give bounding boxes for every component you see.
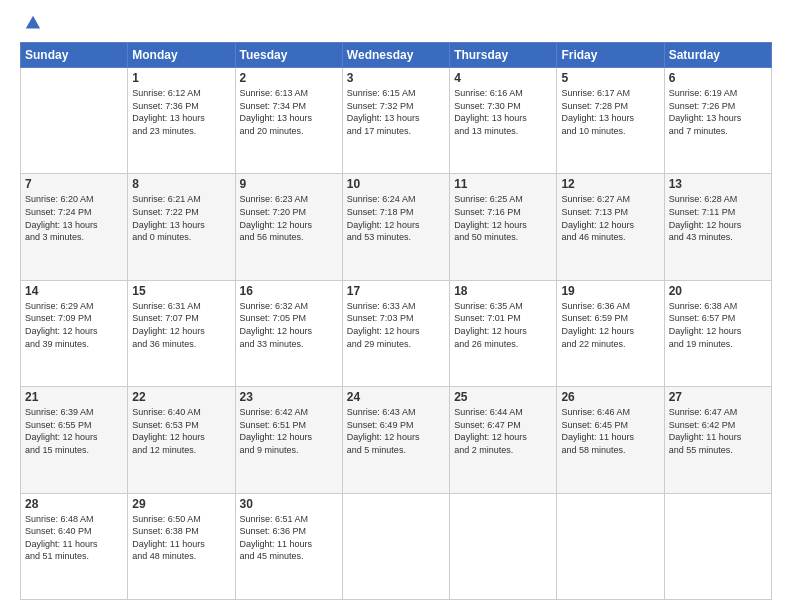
calendar-cell: 4Sunrise: 6:16 AMSunset: 7:30 PMDaylight… [450,68,557,174]
calendar-cell: 28Sunrise: 6:48 AMSunset: 6:40 PMDayligh… [21,493,128,599]
day-number: 1 [132,71,230,85]
calendar-cell: 7Sunrise: 6:20 AMSunset: 7:24 PMDaylight… [21,174,128,280]
calendar-week-4: 21Sunrise: 6:39 AMSunset: 6:55 PMDayligh… [21,387,772,493]
calendar-cell [664,493,771,599]
header-saturday: Saturday [664,43,771,68]
day-number: 10 [347,177,445,191]
day-number: 12 [561,177,659,191]
calendar-cell: 23Sunrise: 6:42 AMSunset: 6:51 PMDayligh… [235,387,342,493]
day-number: 11 [454,177,552,191]
day-number: 3 [347,71,445,85]
day-number: 6 [669,71,767,85]
calendar-cell: 17Sunrise: 6:33 AMSunset: 7:03 PMDayligh… [342,280,449,386]
day-number: 5 [561,71,659,85]
svg-marker-0 [26,16,40,29]
calendar-cell [450,493,557,599]
day-info: Sunrise: 6:40 AMSunset: 6:53 PMDaylight:… [132,406,230,456]
day-info: Sunrise: 6:33 AMSunset: 7:03 PMDaylight:… [347,300,445,350]
header-monday: Monday [128,43,235,68]
calendar-cell: 26Sunrise: 6:46 AMSunset: 6:45 PMDayligh… [557,387,664,493]
day-info: Sunrise: 6:48 AMSunset: 6:40 PMDaylight:… [25,513,123,563]
day-info: Sunrise: 6:29 AMSunset: 7:09 PMDaylight:… [25,300,123,350]
day-info: Sunrise: 6:16 AMSunset: 7:30 PMDaylight:… [454,87,552,137]
calendar-week-5: 28Sunrise: 6:48 AMSunset: 6:40 PMDayligh… [21,493,772,599]
day-number: 7 [25,177,123,191]
calendar-cell: 3Sunrise: 6:15 AMSunset: 7:32 PMDaylight… [342,68,449,174]
day-info: Sunrise: 6:47 AMSunset: 6:42 PMDaylight:… [669,406,767,456]
day-number: 28 [25,497,123,511]
day-info: Sunrise: 6:36 AMSunset: 6:59 PMDaylight:… [561,300,659,350]
logo [20,18,42,32]
calendar-cell: 19Sunrise: 6:36 AMSunset: 6:59 PMDayligh… [557,280,664,386]
day-info: Sunrise: 6:31 AMSunset: 7:07 PMDaylight:… [132,300,230,350]
day-number: 20 [669,284,767,298]
day-info: Sunrise: 6:32 AMSunset: 7:05 PMDaylight:… [240,300,338,350]
day-number: 16 [240,284,338,298]
day-info: Sunrise: 6:50 AMSunset: 6:38 PMDaylight:… [132,513,230,563]
day-info: Sunrise: 6:27 AMSunset: 7:13 PMDaylight:… [561,193,659,243]
calendar-week-3: 14Sunrise: 6:29 AMSunset: 7:09 PMDayligh… [21,280,772,386]
day-number: 24 [347,390,445,404]
day-info: Sunrise: 6:20 AMSunset: 7:24 PMDaylight:… [25,193,123,243]
calendar-cell: 30Sunrise: 6:51 AMSunset: 6:36 PMDayligh… [235,493,342,599]
day-info: Sunrise: 6:46 AMSunset: 6:45 PMDaylight:… [561,406,659,456]
calendar-cell: 2Sunrise: 6:13 AMSunset: 7:34 PMDaylight… [235,68,342,174]
header-sunday: Sunday [21,43,128,68]
day-info: Sunrise: 6:38 AMSunset: 6:57 PMDaylight:… [669,300,767,350]
day-info: Sunrise: 6:44 AMSunset: 6:47 PMDaylight:… [454,406,552,456]
header-wednesday: Wednesday [342,43,449,68]
day-info: Sunrise: 6:19 AMSunset: 7:26 PMDaylight:… [669,87,767,137]
day-number: 30 [240,497,338,511]
calendar-cell: 14Sunrise: 6:29 AMSunset: 7:09 PMDayligh… [21,280,128,386]
day-info: Sunrise: 6:17 AMSunset: 7:28 PMDaylight:… [561,87,659,137]
day-number: 17 [347,284,445,298]
calendar-cell: 27Sunrise: 6:47 AMSunset: 6:42 PMDayligh… [664,387,771,493]
day-number: 26 [561,390,659,404]
day-info: Sunrise: 6:51 AMSunset: 6:36 PMDaylight:… [240,513,338,563]
day-number: 9 [240,177,338,191]
page: SundayMondayTuesdayWednesdayThursdayFrid… [0,0,792,612]
day-number: 27 [669,390,767,404]
calendar-cell: 29Sunrise: 6:50 AMSunset: 6:38 PMDayligh… [128,493,235,599]
calendar-cell: 21Sunrise: 6:39 AMSunset: 6:55 PMDayligh… [21,387,128,493]
day-number: 4 [454,71,552,85]
logo-icon [24,14,42,32]
calendar-cell [342,493,449,599]
calendar-week-1: 1Sunrise: 6:12 AMSunset: 7:36 PMDaylight… [21,68,772,174]
header-thursday: Thursday [450,43,557,68]
calendar-week-2: 7Sunrise: 6:20 AMSunset: 7:24 PMDaylight… [21,174,772,280]
calendar-cell: 11Sunrise: 6:25 AMSunset: 7:16 PMDayligh… [450,174,557,280]
header-friday: Friday [557,43,664,68]
day-info: Sunrise: 6:35 AMSunset: 7:01 PMDaylight:… [454,300,552,350]
day-number: 8 [132,177,230,191]
day-info: Sunrise: 6:13 AMSunset: 7:34 PMDaylight:… [240,87,338,137]
day-number: 14 [25,284,123,298]
calendar-cell: 18Sunrise: 6:35 AMSunset: 7:01 PMDayligh… [450,280,557,386]
day-info: Sunrise: 6:12 AMSunset: 7:36 PMDaylight:… [132,87,230,137]
day-info: Sunrise: 6:24 AMSunset: 7:18 PMDaylight:… [347,193,445,243]
day-number: 22 [132,390,230,404]
day-info: Sunrise: 6:15 AMSunset: 7:32 PMDaylight:… [347,87,445,137]
calendar-cell [557,493,664,599]
day-number: 29 [132,497,230,511]
calendar-cell: 8Sunrise: 6:21 AMSunset: 7:22 PMDaylight… [128,174,235,280]
calendar-cell: 9Sunrise: 6:23 AMSunset: 7:20 PMDaylight… [235,174,342,280]
calendar-cell: 16Sunrise: 6:32 AMSunset: 7:05 PMDayligh… [235,280,342,386]
day-number: 13 [669,177,767,191]
calendar-cell: 13Sunrise: 6:28 AMSunset: 7:11 PMDayligh… [664,174,771,280]
calendar-cell: 24Sunrise: 6:43 AMSunset: 6:49 PMDayligh… [342,387,449,493]
calendar-cell [21,68,128,174]
calendar-cell: 25Sunrise: 6:44 AMSunset: 6:47 PMDayligh… [450,387,557,493]
day-number: 21 [25,390,123,404]
day-info: Sunrise: 6:39 AMSunset: 6:55 PMDaylight:… [25,406,123,456]
day-info: Sunrise: 6:28 AMSunset: 7:11 PMDaylight:… [669,193,767,243]
header-tuesday: Tuesday [235,43,342,68]
day-number: 25 [454,390,552,404]
calendar-cell: 15Sunrise: 6:31 AMSunset: 7:07 PMDayligh… [128,280,235,386]
header [20,18,772,32]
day-info: Sunrise: 6:43 AMSunset: 6:49 PMDaylight:… [347,406,445,456]
calendar-header-row: SundayMondayTuesdayWednesdayThursdayFrid… [21,43,772,68]
calendar-cell: 22Sunrise: 6:40 AMSunset: 6:53 PMDayligh… [128,387,235,493]
day-number: 2 [240,71,338,85]
calendar-cell: 6Sunrise: 6:19 AMSunset: 7:26 PMDaylight… [664,68,771,174]
